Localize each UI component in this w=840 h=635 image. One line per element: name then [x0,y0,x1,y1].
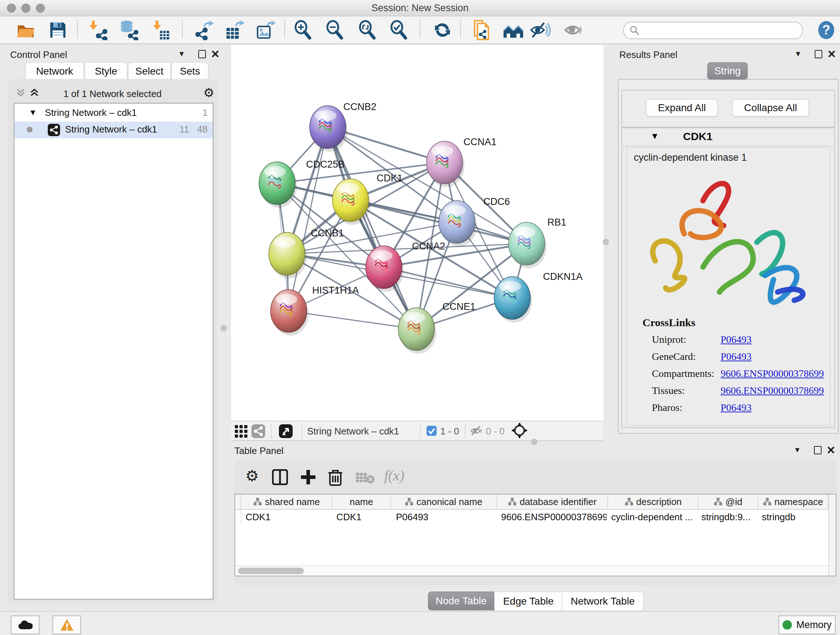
network-tree-child-row[interactable]: String Network – cdk1 11 48 [14,122,213,138]
open-session-button[interactable] [15,19,36,41]
column-header-shared-name[interactable]: shared name [241,494,332,509]
crosslink-link[interactable]: P06493 [721,351,752,363]
node-section-header[interactable]: ▼ CDK1 [622,128,834,146]
cell-namespace[interactable]: stringdb [758,510,829,524]
duplicate-network-button[interactable] [469,19,490,41]
section-collapse-icon[interactable]: ▼ [651,131,659,141]
delete-column-icon[interactable] [328,469,343,486]
export-table-button[interactable] [224,19,245,41]
choose-columns-icon[interactable] [272,469,288,485]
network-canvas[interactable]: CCNB2CCNA1CDC25BCDK1CDC6RB1CCNB1CCNA2CDK… [231,44,604,421]
table-gear-icon[interactable]: ⚙ [245,467,259,485]
control-panel-collapse-icon[interactable]: ▾ [180,49,184,59]
cloud-status-button[interactable] [11,616,39,634]
cell-canonical-name[interactable]: P06493 [392,510,497,524]
export-network-button[interactable] [193,19,214,41]
memory-status-dot [783,620,792,630]
table-panel-float-icon[interactable] [814,446,821,454]
import-table-file-button[interactable] [150,19,171,41]
selected-checkbox-icon[interactable] [426,426,437,436]
zoom-fit-button[interactable] [357,19,378,41]
add-column-icon[interactable] [300,469,316,485]
tab-style[interactable]: Style [85,62,127,80]
memory-button[interactable]: Memory [778,616,836,634]
grid-view-icon[interactable] [234,424,248,438]
graph-node-CCNB1[interactable] [269,233,307,279]
vertical-splitter-handle[interactable] [603,239,609,245]
hide-graphics-details-button[interactable] [530,19,551,41]
import-table-icon [150,20,171,40]
zoom-in-button[interactable] [293,19,314,41]
import-network-file-button[interactable] [87,19,108,41]
graph-node-CCNB2[interactable] [309,106,347,152]
column-header-description[interactable]: description [608,494,699,509]
export-image-button[interactable] [255,19,276,41]
vertical-splitter-handle[interactable] [221,325,227,331]
show-graphics-details-button[interactable] [563,19,584,41]
tab-node-table[interactable]: Node Table [428,592,494,610]
control-panel-float-icon[interactable] [198,50,206,58]
column-header-canonical-name[interactable]: canonical name [391,494,497,509]
column-header--id[interactable]: @id [699,494,758,509]
cell-name[interactable]: CDK1 [332,510,392,524]
network-graph[interactable]: CCNB2CCNA1CDC25BCDK1CDC6RB1CCNB1CCNA2CDK… [231,44,604,421]
graph-node-CCNA1[interactable] [426,141,464,187]
collapse-all-button[interactable]: Collapse All [732,99,809,117]
graph-node-CDC6[interactable] [439,201,477,247]
column-header-name[interactable]: name [332,494,391,509]
column-header-namespace[interactable]: namespace [758,494,829,509]
crosslink-link[interactable]: 9606.ENSP00000378699 [721,385,824,396]
network-tree-root-row[interactable]: ▼ String Network – cdk1 1 [14,105,213,122]
results-panel-close-icon[interactable] [828,50,836,58]
control-panel-close-icon[interactable] [211,50,219,58]
graph-node-CDC25B[interactable] [259,162,297,208]
toggle-graphics-details-button[interactable] [503,19,524,41]
search-box[interactable] [623,22,803,39]
table-panel-close-icon[interactable] [827,446,835,454]
results-panel-collapse-icon[interactable]: ▾ [796,49,800,59]
results-panel-float-icon[interactable] [815,50,822,58]
table-horizontal-scrollbar[interactable] [235,565,829,576]
cell--id[interactable]: stringdb:9... [697,510,758,524]
tab-select[interactable]: Select [128,62,171,80]
zoom-selected-button[interactable] [388,19,409,41]
table-row[interactable]: CDK1CDK1P064939606.ENSP00000378699cyclin… [235,510,829,524]
import-network-database-button[interactable] [118,19,139,41]
tab-string[interactable]: String [707,62,748,80]
search-input[interactable] [640,25,797,36]
table-panel-collapse-icon[interactable]: ▾ [795,445,799,455]
network-status-dot [27,127,33,133]
network-options-gear-icon[interactable]: ⚙ [203,86,214,100]
cloud-icon [18,620,33,630]
help-button[interactable]: ? [816,19,837,41]
table-vertical-scrollbar[interactable] [829,494,836,576]
scrollbar-thumb[interactable] [238,568,304,574]
column-header-database-identifier[interactable]: database identifier [497,494,608,509]
graph-node-RB1[interactable] [508,222,546,268]
apply-layout-button[interactable] [432,19,453,41]
tab-edge-table[interactable]: Edge Table [494,592,562,611]
tree-expand-icon[interactable]: ▼ [29,108,37,117]
tab-network[interactable]: Network [25,62,84,80]
graph-node-CCNE1[interactable] [398,308,436,354]
detach-view-icon[interactable] [279,424,293,438]
expand-all-button[interactable]: Expand All [646,99,718,117]
graph-node-CDK1[interactable] [332,179,370,225]
tab-network-table[interactable]: Network Table [562,592,644,611]
graph-node-CDKN1A[interactable] [494,277,532,323]
network-share-icon[interactable] [251,424,265,438]
graph-node-HIST1H1A[interactable] [271,290,309,336]
network-edge-count: 48 [197,124,208,135]
graph-node-CCNA2[interactable] [366,246,404,292]
crosslink-link[interactable]: P06493 [721,402,752,413]
cell-database-identifier[interactable]: 9606.ENSP00000378699 [497,510,607,524]
tab-sets[interactable]: Sets [172,62,208,80]
cell-description[interactable]: cyclin-dependent ... [607,510,697,524]
crosslink-link[interactable]: P06493 [721,334,752,345]
warnings-button[interactable] [52,616,81,634]
save-session-button[interactable] [47,19,68,41]
birdseye-navigator-icon[interactable] [511,422,528,439]
zoom-out-button[interactable] [325,19,346,41]
crosslink-link[interactable]: 9606.ENSP00000378699 [721,368,824,379]
cell-shared-name[interactable]: CDK1 [241,510,332,524]
